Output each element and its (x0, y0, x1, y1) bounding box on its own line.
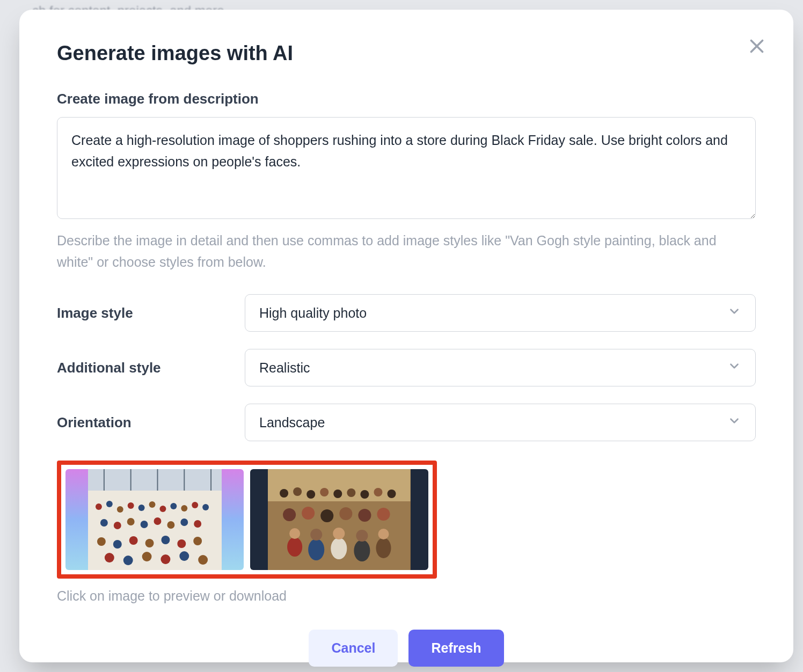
image-style-label: Image style (57, 305, 245, 322)
svg-point-62 (331, 538, 347, 559)
svg-point-11 (116, 506, 123, 513)
svg-point-24 (154, 517, 161, 525)
svg-point-17 (181, 505, 187, 512)
svg-point-36 (123, 556, 133, 565)
orientation-value: Landscape (259, 415, 325, 430)
svg-point-47 (333, 490, 342, 498)
description-input[interactable] (57, 117, 756, 219)
svg-point-66 (376, 538, 391, 558)
orientation-row: Orientation Landscape (57, 404, 756, 441)
additional-style-select[interactable]: Realistic (245, 349, 756, 386)
svg-point-45 (306, 490, 315, 499)
svg-point-21 (113, 522, 121, 529)
chevron-down-icon (727, 359, 741, 376)
svg-point-10 (106, 501, 112, 507)
image-style-value: High quality photo (259, 305, 367, 321)
svg-point-14 (149, 501, 155, 508)
description-label: Create image from description (57, 91, 756, 107)
svg-point-58 (287, 537, 302, 557)
svg-point-64 (354, 540, 370, 561)
svg-point-44 (293, 487, 302, 496)
svg-point-40 (198, 555, 208, 565)
svg-point-37 (142, 552, 151, 561)
svg-point-52 (283, 508, 296, 521)
svg-point-29 (113, 540, 121, 549)
image-style-row: Image style High quality photo (57, 294, 756, 332)
svg-point-28 (97, 537, 105, 546)
svg-point-43 (280, 489, 288, 498)
svg-point-13 (138, 505, 144, 511)
orientation-label: Orientation (57, 414, 245, 431)
svg-point-27 (194, 520, 201, 528)
svg-point-34 (193, 537, 202, 545)
svg-point-63 (333, 528, 345, 539)
svg-point-57 (377, 508, 390, 521)
svg-point-53 (302, 507, 315, 520)
svg-point-67 (378, 529, 389, 539)
svg-point-15 (159, 506, 166, 512)
button-row: Cancel Refresh (57, 630, 756, 667)
cancel-button[interactable]: Cancel (309, 630, 398, 667)
additional-style-value: Realistic (259, 360, 310, 376)
svg-point-19 (202, 504, 209, 510)
svg-point-65 (356, 530, 368, 542)
svg-point-56 (359, 509, 371, 522)
svg-point-46 (320, 488, 328, 496)
generated-image-1[interactable] (65, 469, 244, 570)
svg-point-25 (167, 521, 174, 529)
modal-title: Generate images with AI (57, 42, 756, 65)
generated-thumbnails-highlight (57, 461, 437, 579)
svg-point-51 (388, 490, 396, 498)
orientation-select[interactable]: Landscape (245, 404, 756, 441)
svg-point-61 (310, 529, 322, 540)
preview-hint: Click on image to preview or download (57, 588, 756, 604)
svg-point-26 (180, 518, 188, 526)
svg-point-31 (145, 539, 154, 547)
svg-point-30 (129, 536, 137, 545)
generate-images-modal: Generate images with AI Create image fro… (19, 10, 793, 662)
svg-point-49 (361, 490, 369, 499)
svg-point-39 (179, 551, 189, 561)
svg-point-55 (340, 507, 353, 520)
svg-point-50 (374, 488, 383, 496)
chevron-down-icon (727, 304, 741, 322)
svg-rect-2 (88, 469, 222, 491)
svg-point-38 (160, 554, 170, 564)
chevron-down-icon (727, 414, 741, 431)
description-helper: Describe the image in detail and then us… (57, 230, 756, 273)
svg-point-16 (170, 503, 177, 509)
svg-point-35 (104, 553, 114, 563)
svg-point-48 (347, 488, 356, 497)
svg-point-54 (320, 509, 333, 522)
svg-point-18 (192, 502, 198, 508)
svg-point-9 (95, 503, 101, 510)
svg-point-60 (308, 539, 324, 560)
additional-style-row: Additional style Realistic (57, 349, 756, 386)
svg-point-20 (100, 519, 107, 527)
additional-style-label: Additional style (57, 360, 245, 376)
svg-point-12 (127, 502, 134, 509)
close-icon[interactable] (747, 36, 766, 56)
image-style-select[interactable]: High quality photo (245, 294, 756, 332)
svg-point-23 (140, 521, 148, 528)
generated-image-2[interactable] (250, 469, 428, 570)
refresh-button[interactable]: Refresh (408, 630, 503, 667)
svg-point-32 (161, 536, 170, 544)
svg-point-59 (289, 528, 300, 539)
svg-point-22 (127, 518, 134, 525)
svg-point-33 (177, 539, 186, 548)
